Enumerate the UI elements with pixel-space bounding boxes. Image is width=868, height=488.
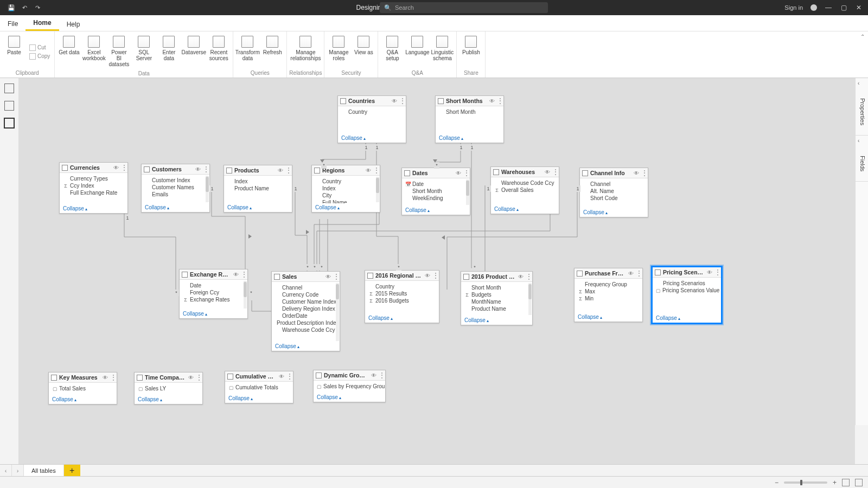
- collapse-link[interactable]: Collapse: [439, 135, 463, 141]
- properties-expand-icon[interactable]: ‹: [856, 78, 868, 88]
- visibility-icon[interactable]: 👁: [489, 98, 495, 104]
- tab-nav-next[interactable]: ›: [12, 465, 24, 476]
- collapse-link[interactable]: Collapse: [405, 207, 430, 213]
- dataverse-button[interactable]: Dataverse: [182, 34, 206, 69]
- more-icon[interactable]: ⋮: [110, 375, 114, 380]
- table-sales[interactable]: Sales👁⋮ ChannelCurrency CodeCustomer Nam…: [271, 271, 340, 351]
- visibility-icon[interactable]: 👁: [365, 168, 371, 174]
- manage-roles-button[interactable]: Manage roles: [327, 34, 350, 69]
- user-avatar-icon[interactable]: [810, 4, 817, 11]
- cut-button[interactable]: Cut: [27, 44, 52, 52]
- visibility-icon[interactable]: 👁: [371, 373, 376, 378]
- pbi-datasets-button[interactable]: Power BI datasets: [107, 34, 131, 69]
- visibility-icon[interactable]: 👁: [544, 169, 550, 175]
- scrollbar[interactable]: [206, 176, 209, 202]
- more-icon[interactable]: ⋮: [432, 273, 437, 278]
- sign-in-link[interactable]: Sign in: [784, 4, 803, 11]
- tab-nav-prev[interactable]: ‹: [0, 465, 12, 476]
- collapse-link[interactable]: Collapse: [275, 343, 299, 349]
- more-icon[interactable]: ⋮: [121, 165, 125, 170]
- collapse-link[interactable]: Collapse: [464, 317, 489, 323]
- collapse-link[interactable]: Collapse: [227, 204, 252, 210]
- visibility-icon[interactable]: 👁: [628, 271, 634, 277]
- search-box[interactable]: 🔍 Search: [380, 2, 548, 13]
- more-icon[interactable]: ⋮: [399, 99, 404, 103]
- visibility-icon[interactable]: 👁: [455, 170, 461, 176]
- collapse-link[interactable]: Collapse: [578, 314, 602, 320]
- visibility-icon[interactable]: 👁: [277, 168, 283, 174]
- more-icon[interactable]: ⋮: [285, 168, 290, 172]
- collapse-link[interactable]: Collapse: [317, 394, 341, 400]
- more-icon[interactable]: ⋮: [333, 274, 337, 279]
- enter-data-button[interactable]: Enter data: [157, 34, 181, 69]
- zoom-slider[interactable]: [784, 481, 827, 484]
- tab-home[interactable]: Home: [25, 16, 59, 31]
- visibility-icon[interactable]: 👁: [113, 165, 119, 171]
- redo-icon[interactable]: ↷: [34, 4, 41, 11]
- scrollbar[interactable]: [466, 179, 469, 205]
- visibility-icon[interactable]: 👁: [233, 272, 239, 278]
- table-warehouses[interactable]: Warehouses👁⋮ Warehouse Code CcyΣOverall …: [490, 166, 559, 214]
- qa-setup-button[interactable]: Q&A setup: [380, 34, 404, 69]
- more-icon[interactable]: ⋮: [241, 272, 245, 277]
- more-icon[interactable]: ⋮: [286, 374, 291, 378]
- table-exchange-rates[interactable]: Exchange Rates👁⋮ DateForeign CcyΣExchang…: [179, 269, 248, 319]
- visibility-icon[interactable]: 👁: [102, 375, 108, 381]
- model-canvas[interactable]: Countries👁⋮ Country Collapse Short Month…: [18, 78, 855, 464]
- table-short-months[interactable]: Short Months👁⋮ Short Month Collapse: [435, 95, 504, 143]
- collapse-link[interactable]: Collapse: [145, 204, 169, 210]
- table-products[interactable]: Products👁⋮ IndexProduct Name Collapse: [224, 165, 292, 213]
- paste-button[interactable]: Paste: [2, 34, 26, 69]
- excel-workbook-button[interactable]: Excel workbook: [82, 34, 106, 69]
- more-icon[interactable]: ⋮: [636, 271, 640, 275]
- fields-pane-tab[interactable]: Fields: [856, 146, 868, 182]
- collapse-link[interactable]: Collapse: [183, 311, 207, 317]
- more-icon[interactable]: ⋮: [497, 99, 501, 103]
- table-channel-info[interactable]: Channel Info👁⋮ ChannelAlt. NameShort Cod…: [579, 168, 648, 217]
- collapse-link[interactable]: Collapse: [656, 315, 680, 321]
- data-view-icon[interactable]: [4, 101, 14, 111]
- fullscreen-icon[interactable]: [855, 479, 863, 486]
- table-countries[interactable]: Countries👁⋮ Country Collapse: [337, 95, 406, 143]
- linguistic-schema-button[interactable]: Linguistic schema: [430, 34, 454, 69]
- more-icon[interactable]: ⋮: [196, 375, 200, 380]
- scrollbar[interactable]: [376, 177, 379, 202]
- zoom-out-button[interactable]: −: [775, 479, 778, 486]
- visibility-icon[interactable]: 👁: [706, 269, 712, 275]
- manage-relationships-button[interactable]: Manage relationships: [290, 34, 321, 69]
- table-key-measures[interactable]: Key Measures👁⋮ ▢Total Sales Collapse: [48, 372, 117, 404]
- page-tab-all-tables[interactable]: All tables: [24, 465, 64, 476]
- close-button[interactable]: ✕: [855, 4, 863, 11]
- collapse-link[interactable]: Collapse: [341, 135, 366, 141]
- collapse-link[interactable]: Collapse: [583, 209, 608, 215]
- collapse-link[interactable]: Collapse: [494, 206, 519, 212]
- table-dates[interactable]: Dates👁⋮ 📅DateShort MonthWeekEnding Colla…: [401, 168, 470, 215]
- table-regions[interactable]: Regions👁⋮ CountryIndexCityFull Name Coll…: [311, 165, 380, 213]
- restore-button[interactable]: ▢: [840, 4, 847, 11]
- minimize-button[interactable]: —: [825, 4, 832, 11]
- scrollbar[interactable]: [244, 281, 247, 309]
- view-as-button[interactable]: View as: [352, 34, 375, 69]
- visibility-icon[interactable]: 👁: [518, 274, 524, 280]
- more-icon[interactable]: ⋮: [526, 274, 530, 279]
- collapse-link[interactable]: Collapse: [63, 206, 87, 211]
- table-cumulative-totals[interactable]: Cumulative Totals👁⋮ ▢Cumulative Totals C…: [225, 371, 293, 403]
- ribbon-collapse-icon[interactable]: ⌃: [860, 34, 865, 40]
- copy-button[interactable]: Copy: [27, 53, 52, 60]
- properties-pane-tab[interactable]: Properties: [856, 88, 868, 136]
- tab-file[interactable]: File: [0, 17, 25, 31]
- visibility-icon[interactable]: 👁: [195, 166, 201, 172]
- table-purchase-frequency[interactable]: Purchase Frequency👁⋮ Frequency GroupΣMax…: [574, 268, 643, 322]
- fit-to-page-icon[interactable]: [842, 479, 850, 486]
- table-currencies[interactable]: Currencies👁⋮ Currency TypesΣCcy IndexFul…: [59, 162, 128, 214]
- collapse-link[interactable]: Collapse: [315, 204, 340, 210]
- recent-sources-button[interactable]: Recent sources: [207, 34, 231, 69]
- undo-icon[interactable]: ↶: [21, 4, 28, 11]
- save-icon[interactable]: 💾: [8, 4, 15, 11]
- more-icon[interactable]: ⋮: [641, 171, 646, 175]
- table-2016-product-budgets[interactable]: 2016 Product Budgets👁⋮ Short MonthΣBudge…: [461, 271, 533, 325]
- collapse-link[interactable]: Collapse: [52, 396, 76, 402]
- visibility-icon[interactable]: 👁: [424, 273, 430, 279]
- table-customers[interactable]: Customers👁⋮ Customer IndexCustomer Names…: [141, 164, 210, 213]
- more-icon[interactable]: ⋮: [463, 171, 468, 175]
